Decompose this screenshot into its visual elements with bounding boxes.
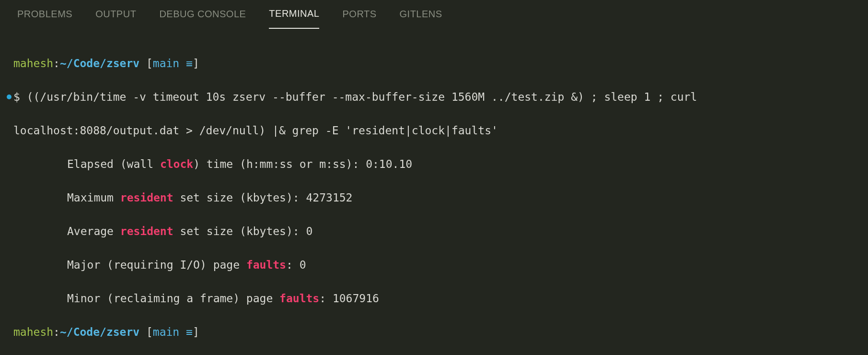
prompt-sep: : <box>53 326 60 338</box>
output-line: Maximum resident set size (kbytes): 4273… <box>13 189 868 206</box>
output-text: : 1067916 <box>319 292 379 305</box>
prompt-path: ~/Code/zserv <box>60 57 139 70</box>
grep-match: clock <box>160 158 193 170</box>
tab-debug-console[interactable]: DEBUG CONSOLE <box>159 0 246 28</box>
panel-tabs: PROBLEMS OUTPUT DEBUG CONSOLE TERMINAL P… <box>0 0 868 27</box>
tab-output[interactable]: OUTPUT <box>95 0 136 28</box>
grep-match: faults <box>279 292 319 305</box>
prompt-bracket-close: ] <box>193 57 199 70</box>
tab-problems[interactable]: PROBLEMS <box>17 0 72 28</box>
output-text: Minor (reclaiming a frame) page <box>67 292 279 305</box>
output-text: Maximum <box>67 191 120 204</box>
output-text: Major (requiring I/O) page <box>67 259 246 271</box>
output-line: Average resident set size (kbytes): 0 <box>13 223 868 240</box>
prompt-user: mahesh <box>13 326 53 338</box>
prompt-branch: main ≡ <box>153 57 193 70</box>
output-text: : 0 <box>286 259 306 271</box>
grep-match: resident <box>120 225 174 237</box>
tab-gitlens[interactable]: GITLENS <box>400 0 442 28</box>
prompt-branch: main ≡ <box>153 326 193 338</box>
prompt-bracket-open: [ <box>139 57 153 70</box>
grep-match: faults <box>246 259 286 271</box>
output-text: set size (kbytes): 0 <box>174 225 313 237</box>
status-dot-icon <box>7 95 12 99</box>
terminal-output[interactable]: mahesh:~/Code/zserv [main ≡] $ ((/usr/bi… <box>0 27 868 355</box>
output-line: Minor (reclaiming a frame) page faults: … <box>13 290 868 307</box>
tab-ports[interactable]: PORTS <box>342 0 376 28</box>
prompt-line: mahesh:~/Code/zserv [main ≡] <box>13 55 868 72</box>
command-line: $ ((/usr/bin/time -v timeout 10s zserv -… <box>13 89 868 106</box>
output-text: Average <box>67 225 120 237</box>
grep-match: resident <box>120 191 174 204</box>
prompt-bracket-close: ] <box>193 326 199 338</box>
prompt-sep: : <box>53 57 60 70</box>
prompt-line: mahesh:~/Code/zserv [main ≡] <box>13 324 868 341</box>
command-line-cont: localhost:8088/output.dat > /dev/null) |… <box>13 122 868 139</box>
output-line: Major (requiring I/O) page faults: 0 <box>13 257 868 273</box>
output-text: set size (kbytes): 4273152 <box>174 191 353 204</box>
prompt-user: mahesh <box>13 57 53 70</box>
tab-terminal[interactable]: TERMINAL <box>269 0 319 29</box>
prompt-bracket-open: [ <box>139 326 153 338</box>
output-text: Elapsed (wall <box>67 158 160 170</box>
output-text: ) time (h:mm:ss or m:ss): 0:10.10 <box>193 158 412 170</box>
command-text: $ ((/usr/bin/time -v timeout 10s zserv -… <box>13 91 697 103</box>
prompt-path: ~/Code/zserv <box>60 326 139 338</box>
output-line: Elapsed (wall clock) time (h:mm:ss or m:… <box>13 156 868 173</box>
